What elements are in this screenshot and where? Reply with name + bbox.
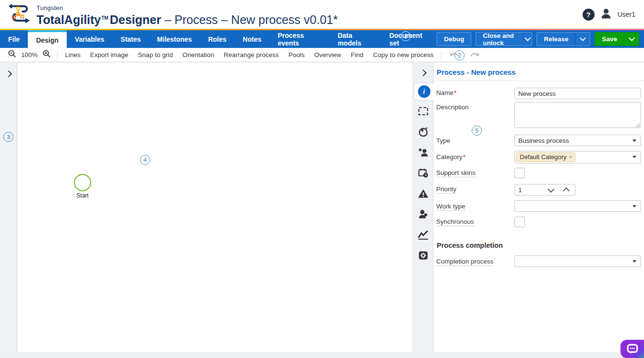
- brand-totalagility: TotalAgility: [36, 13, 101, 26]
- tab-design[interactable]: Design: [28, 30, 67, 48]
- support-skins-label: Support skins: [436, 168, 514, 176]
- priority-increase-button[interactable]: [559, 185, 574, 195]
- tab-variables[interactable]: Variables: [67, 30, 113, 48]
- chevron-down-icon: [525, 35, 531, 41]
- chart-icon: [417, 229, 429, 243]
- type-selected-value: Business process: [518, 137, 569, 144]
- tab-process-events[interactable]: Process events: [270, 30, 330, 48]
- priority-label: Priority: [436, 184, 514, 193]
- role-star-icon: [417, 147, 429, 160]
- priority-input[interactable]: [515, 186, 543, 194]
- panel-tab-settings[interactable]: [414, 247, 433, 266]
- tab-file[interactable]: File: [0, 30, 28, 48]
- zoom-in-icon[interactable]: [42, 49, 51, 60]
- chevron-down-icon: [580, 35, 586, 41]
- dropdown-caret-icon: [632, 156, 636, 158]
- toolbar-export-image[interactable]: Export image: [85, 51, 133, 58]
- panel-tab-timing[interactable]: [414, 124, 433, 142]
- toolbar-copy-to-new-process[interactable]: Copy to new process: [368, 51, 438, 58]
- release-button: Release: [537, 32, 590, 46]
- description-label: Description: [436, 102, 514, 111]
- description-textarea[interactable]: [514, 102, 641, 128]
- toolbar-find[interactable]: Find: [346, 51, 368, 58]
- tab-states[interactable]: States: [112, 30, 149, 48]
- start-node[interactable]: Start: [66, 174, 99, 199]
- trademark: TM: [101, 15, 108, 21]
- category-label: Category*: [436, 151, 514, 161]
- tab-data-models[interactable]: Data models: [330, 30, 382, 48]
- redo-icon[interactable]: [465, 52, 485, 58]
- panel-tab-resources[interactable]: [414, 206, 433, 224]
- calendar-clock-icon: [417, 167, 429, 181]
- close-and-unlock-dropdown[interactable]: [523, 33, 532, 46]
- panel-collapse-button[interactable]: [415, 65, 432, 81]
- dropdown-caret-icon: [632, 139, 636, 142]
- chevron-right-icon: [420, 69, 427, 76]
- toolbar-snap-to-grid[interactable]: Snap to grid: [133, 51, 178, 58]
- annotation-4: 4: [140, 155, 150, 165]
- chat-bubble-icon: [626, 343, 639, 355]
- user-name[interactable]: User1: [618, 11, 635, 18]
- panel-tab-roles[interactable]: [414, 144, 433, 162]
- priority-stepper: [514, 184, 575, 196]
- process-completion-section-header: Process completion: [437, 242, 641, 249]
- save-dropdown[interactable]: [624, 33, 639, 46]
- required-marker: *: [454, 89, 456, 96]
- warning-icon: [417, 188, 429, 201]
- remove-category-icon[interactable]: ×: [569, 154, 573, 160]
- category-chip: Default Category×: [516, 152, 575, 162]
- support-skins-checkbox[interactable]: [514, 168, 525, 178]
- tab-milestones[interactable]: Milestones: [149, 30, 200, 48]
- panel-tab-analytics[interactable]: [414, 227, 433, 245]
- bottom-scroll-strip[interactable]: [0, 352, 644, 358]
- category-select[interactable]: Default Category×: [514, 151, 641, 163]
- annotation-1: 1: [401, 31, 411, 41]
- priority-decrease-button[interactable]: [543, 185, 559, 195]
- release-dropdown[interactable]: [575, 33, 590, 46]
- name-input[interactable]: [514, 88, 641, 99]
- close-and-unlock-label[interactable]: Close and unlock: [476, 33, 523, 46]
- panel-tab-exceptions[interactable]: [414, 185, 433, 204]
- type-select[interactable]: Business process: [514, 135, 641, 146]
- dropdown-caret-icon: [632, 205, 636, 208]
- toolbar-lines[interactable]: Lines: [60, 51, 85, 58]
- canvas-toolbar: 100% Lines Export image Snap to grid Ori…: [0, 48, 644, 62]
- toolbar-orientation[interactable]: Orientation: [178, 51, 219, 58]
- release-label[interactable]: Release: [537, 33, 575, 46]
- help-icon[interactable]: ?: [583, 9, 595, 21]
- completion-process-label: Completion process: [436, 255, 514, 265]
- badge-gear-icon: [417, 250, 429, 263]
- panel-tab-schedule[interactable]: [414, 165, 433, 183]
- info-icon: i: [418, 85, 430, 98]
- completion-process-select[interactable]: [514, 255, 641, 267]
- save-button: Save: [595, 32, 639, 46]
- synchronous-checkbox[interactable]: [514, 217, 525, 227]
- type-label: Type: [436, 135, 514, 144]
- process-properties-form: Process - New process Name* Description …: [433, 63, 644, 352]
- toolbar-pools[interactable]: Pools: [284, 51, 310, 58]
- annotation-5: 5: [472, 126, 482, 136]
- brand: Tungsten TotalAgilityTMDesigner – Proces…: [7, 2, 338, 26]
- chevron-down-icon: [548, 185, 554, 192]
- close-and-unlock-button: Close and unlock: [476, 32, 532, 46]
- tab-notes[interactable]: Notes: [235, 30, 270, 48]
- process-canvas[interactable]: Start: [18, 63, 413, 352]
- panel-tab-display[interactable]: [414, 103, 433, 121]
- zoom-level: 100%: [20, 51, 39, 58]
- work-type-select[interactable]: [514, 200, 641, 212]
- panel-tab-strip: i: [414, 63, 433, 352]
- tab-roles[interactable]: Roles: [200, 30, 235, 48]
- annotation-3: 3: [3, 132, 13, 142]
- toolbar-rearrange-process[interactable]: Rearrange process: [219, 51, 284, 58]
- save-label[interactable]: Save: [595, 33, 624, 46]
- left-panel-expand-button[interactable]: [0, 66, 17, 82]
- frame-icon: [417, 105, 429, 119]
- debug-button[interactable]: Debug: [437, 32, 471, 46]
- chat-assistant-button[interactable]: [620, 340, 644, 358]
- toolbar-overview[interactable]: Overview: [310, 51, 346, 58]
- zoom-out-icon[interactable]: [8, 49, 17, 60]
- panel-title: Process - New process: [433, 63, 644, 81]
- start-node-circle[interactable]: [74, 174, 91, 191]
- panel-tab-general[interactable]: i: [414, 82, 434, 101]
- user-icon[interactable]: [599, 7, 613, 22]
